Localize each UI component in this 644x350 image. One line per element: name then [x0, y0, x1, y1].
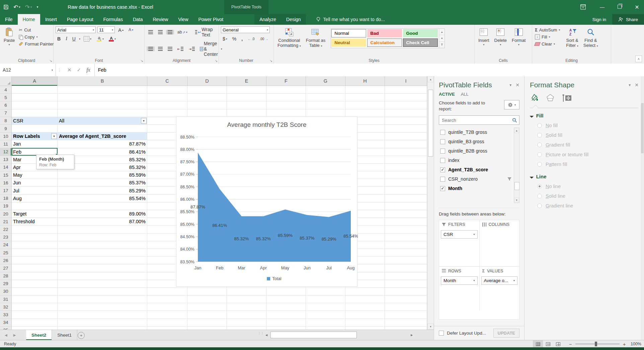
- chip-dropdown-icon[interactable]: ▾: [473, 279, 475, 282]
- cell-H7[interactable]: [345, 109, 385, 117]
- find-select-button[interactable]: Find & Select ▾: [582, 26, 600, 49]
- number-format-combo[interactable]: General▾: [221, 26, 270, 33]
- cell-E4[interactable]: [227, 86, 266, 94]
- cell-I24[interactable]: [385, 241, 427, 249]
- row-header-11[interactable]: 11: [0, 140, 12, 148]
- cell-D35[interactable]: [187, 327, 227, 330]
- cell-H5[interactable]: [345, 94, 385, 101]
- cell-I12[interactable]: [385, 148, 427, 156]
- cell-I25[interactable]: [385, 249, 427, 257]
- cell-G5[interactable]: [306, 94, 345, 101]
- fill-color-button[interactable]: ▾: [95, 36, 105, 42]
- cell-H34[interactable]: [345, 319, 385, 327]
- cell-A20[interactable]: Target: [12, 210, 58, 218]
- undo-button[interactable]: ↶▾: [13, 4, 20, 10]
- cell-F30[interactable]: [266, 288, 306, 295]
- format-pane-close-icon[interactable]: ✕: [635, 82, 639, 88]
- cell-I9[interactable]: [385, 125, 427, 133]
- cell-I7[interactable]: [385, 109, 427, 117]
- list-scroll-down-icon[interactable]: ▼: [514, 197, 519, 203]
- close-button[interactable]: ✕: [633, 4, 641, 10]
- cell-A8[interactable]: CSR: [12, 117, 58, 125]
- font-color-button[interactable]: A▾: [107, 36, 117, 42]
- fill-button[interactable]: ↓Fill▾: [534, 34, 561, 40]
- option-picture-or-texture-fill[interactable]: Picture or texture fill: [530, 150, 639, 159]
- row-header-34[interactable]: 34: [0, 319, 12, 327]
- field-checkbox[interactable]: [440, 177, 445, 182]
- align-bottom-button[interactable]: [166, 30, 174, 34]
- cell-I30[interactable]: [385, 288, 427, 295]
- defer-layout-checkbox[interactable]: [439, 331, 444, 336]
- cell-A27[interactable]: [12, 264, 58, 272]
- field-checkbox[interactable]: [440, 158, 445, 163]
- cell-I20[interactable]: [385, 210, 427, 218]
- normal-view-button[interactable]: [533, 340, 543, 348]
- cell-B4[interactable]: [58, 86, 147, 94]
- share-button[interactable]: Share: [612, 14, 644, 25]
- column-header-D[interactable]: D: [187, 76, 227, 86]
- field-checkbox[interactable]: ✓: [440, 186, 445, 191]
- cell-B10[interactable]: Average of Agent_T2B_score: [58, 133, 147, 140]
- increase-decimal-button[interactable]: ←.0: [246, 37, 256, 41]
- zoom-slider[interactable]: [575, 344, 620, 344]
- delete-cells-button[interactable]: ✕ Delete▾: [493, 26, 509, 47]
- cell-G32[interactable]: [306, 303, 345, 311]
- scroll-left-icon[interactable]: ◀: [264, 332, 269, 338]
- row-header-10[interactable]: 10: [0, 133, 12, 140]
- cell-B22[interactable]: [58, 226, 147, 233]
- column-header-F[interactable]: F: [266, 76, 306, 86]
- cell-I23[interactable]: [385, 234, 427, 241]
- cell-D7[interactable]: [187, 109, 227, 117]
- cell-A28[interactable]: [12, 272, 58, 280]
- cell-I27[interactable]: [385, 264, 427, 272]
- bold-button[interactable]: B: [56, 36, 62, 42]
- column-header-A[interactable]: A: [12, 76, 58, 86]
- cell-A24[interactable]: [12, 241, 58, 249]
- cell-B7[interactable]: [58, 109, 147, 117]
- cell-I26[interactable]: [385, 257, 427, 264]
- select-all-corner[interactable]: [0, 76, 12, 86]
- cell-A6[interactable]: [12, 101, 58, 109]
- cell-G6[interactable]: [306, 101, 345, 109]
- cell-B23[interactable]: [58, 234, 147, 241]
- cell-E34[interactable]: [227, 319, 266, 327]
- row-header-28[interactable]: 28: [0, 272, 12, 280]
- cell-I15[interactable]: [385, 171, 427, 179]
- field-checkbox[interactable]: [440, 130, 445, 135]
- copy-button[interactable]: Copy▾: [18, 34, 54, 40]
- cell-A7[interactable]: [12, 109, 58, 117]
- cell-B26[interactable]: [58, 257, 147, 264]
- cell-I6[interactable]: [385, 101, 427, 109]
- cell-A16[interactable]: Jun: [12, 179, 58, 187]
- cell-B19[interactable]: [58, 202, 147, 210]
- sheet-prev-icon[interactable]: ◀: [5, 333, 7, 337]
- cell-F33[interactable]: [266, 311, 306, 319]
- cell-B29[interactable]: [58, 280, 147, 288]
- align-top-button[interactable]: [147, 30, 155, 34]
- pane-close-icon[interactable]: ✕: [515, 82, 519, 88]
- confirm-entry-icon[interactable]: ✓: [77, 67, 81, 73]
- gallery-up-icon[interactable]: ▴: [439, 29, 445, 35]
- cell-I35[interactable]: [385, 327, 427, 330]
- formula-input[interactable]: Feb: [95, 64, 644, 76]
- cell-I34[interactable]: [385, 319, 427, 327]
- name-box[interactable]: A12▾: [0, 64, 56, 76]
- cell-B31[interactable]: [58, 295, 147, 303]
- format-cells-button[interactable]: Format▾: [510, 26, 527, 47]
- cell-A32[interactable]: [12, 303, 58, 311]
- cell-C32[interactable]: [147, 303, 187, 311]
- zoom-in-icon[interactable]: +: [623, 341, 626, 347]
- sort-filter-button[interactable]: AZ Sort & Filter ▾: [564, 26, 580, 49]
- cell-E5[interactable]: [227, 94, 266, 101]
- redo-button[interactable]: ↷▾: [25, 4, 32, 10]
- option-no-fill[interactable]: No fill: [530, 120, 639, 130]
- size-properties-tab-icon[interactable]: [562, 94, 572, 102]
- cell-I31[interactable]: [385, 295, 427, 303]
- values-well[interactable]: Average o...▾: [479, 275, 519, 311]
- cell-H32[interactable]: [345, 303, 385, 311]
- cell-E7[interactable]: [227, 109, 266, 117]
- increase-font-icon[interactable]: A▴: [116, 27, 125, 33]
- align-right-button[interactable]: [166, 47, 174, 51]
- align-center-button[interactable]: [156, 47, 164, 51]
- cell-H30[interactable]: [345, 288, 385, 295]
